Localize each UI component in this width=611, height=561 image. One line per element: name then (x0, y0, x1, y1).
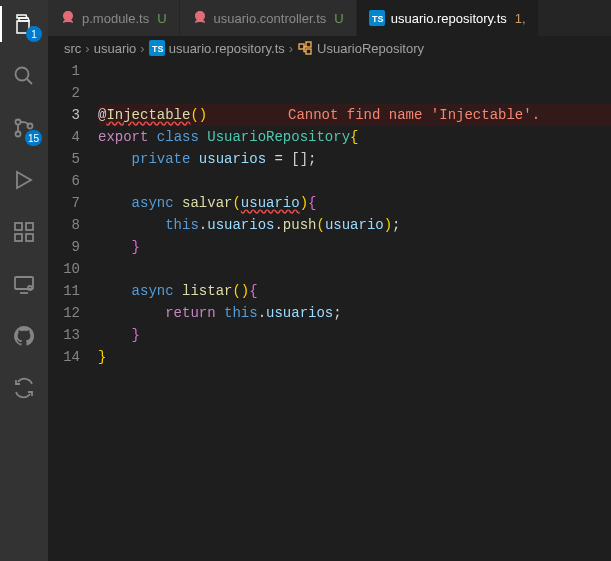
svg-point-2 (16, 120, 21, 125)
editor-area: p.module.ts U usuario.controller.ts U TS… (48, 0, 611, 561)
tab-label: usuario.controller.ts (214, 11, 327, 26)
ts-icon: TS (149, 40, 165, 56)
chevron-right-icon: › (289, 41, 293, 56)
svg-point-3 (16, 132, 21, 137)
github-button[interactable] (0, 318, 48, 354)
line-gutter: 1 2 3 4 5 6 7 8 9 10 11 12 13 14 (48, 60, 98, 561)
crumb-symbol[interactable]: UsuarioRepository (317, 41, 424, 56)
tok-private: private (132, 151, 191, 167)
line-number: 10 (48, 258, 80, 280)
line-number: 2 (48, 82, 80, 104)
line-number: 1 (48, 60, 80, 82)
line-number: 14 (48, 346, 80, 368)
tok-param: usuario (241, 195, 300, 211)
tok-brace: { (350, 129, 358, 145)
tok-class: class (157, 129, 199, 145)
sync-button[interactable] (0, 370, 48, 406)
crumb-usuario[interactable]: usuario (94, 41, 137, 56)
code-line[interactable]: } (98, 324, 611, 346)
tok-this: this (165, 217, 199, 233)
ts-icon: TS (369, 10, 385, 26)
code-line[interactable]: private usuarios = []; (98, 148, 611, 170)
tok-salvar: salvar (182, 195, 232, 211)
error-inline: Cannot find name 'Injectable'. (288, 104, 540, 126)
svg-rect-17 (306, 49, 311, 54)
svg-point-1 (16, 68, 29, 81)
tab-usuario-repository[interactable]: TS usuario.repository.ts 1, (357, 0, 539, 36)
line-number: 13 (48, 324, 80, 346)
code-line[interactable]: export class UsuarioRepository{ (98, 126, 611, 148)
svg-rect-16 (306, 42, 311, 47)
explorer-badge: 1 (26, 26, 42, 42)
tok-paren: () (190, 107, 207, 123)
nest-icon (60, 10, 76, 26)
tok-usuarios: usuarios (207, 217, 274, 233)
tok-paren: ( (316, 217, 324, 233)
search-button[interactable] (0, 58, 48, 94)
tok-paren: ( (232, 195, 240, 211)
extensions-button[interactable] (0, 214, 48, 250)
code-line[interactable] (98, 60, 611, 82)
svg-point-10 (28, 286, 32, 290)
tab-bar: p.module.ts U usuario.controller.ts U TS… (48, 0, 611, 36)
tok-async: async (132, 283, 174, 299)
tok-arg: usuario (325, 217, 384, 233)
tok-async: async (132, 195, 174, 211)
line-number: 5 (48, 148, 80, 170)
svg-text:TS: TS (152, 44, 164, 54)
code-line[interactable]: async salvar(usuario){ (98, 192, 611, 214)
tok-return: return (165, 305, 215, 321)
tok-paren: ) (300, 195, 308, 211)
code-editor[interactable]: 1 2 3 4 5 6 7 8 9 10 11 12 13 14 @Inject… (48, 60, 611, 561)
code-content[interactable]: @Injectable()Cannot find name 'Injectabl… (98, 60, 611, 561)
tok-brace: } (98, 349, 106, 365)
code-line[interactable]: } (98, 236, 611, 258)
svg-rect-8 (26, 223, 33, 230)
chevron-right-icon: › (85, 41, 89, 56)
code-line[interactable] (98, 258, 611, 280)
tok-empty: [] (291, 151, 308, 167)
scm-badge: 15 (25, 130, 42, 146)
remote-button[interactable] (0, 266, 48, 302)
line-number: 11 (48, 280, 80, 302)
code-line[interactable]: return this.usuarios; (98, 302, 611, 324)
tok-brace: } (132, 239, 140, 255)
code-line[interactable] (98, 82, 611, 104)
line-number: 7 (48, 192, 80, 214)
tok-usuarios: usuarios (266, 305, 333, 321)
nest-icon (192, 10, 208, 26)
tok-brace: { (249, 283, 257, 299)
tab-mod: U (334, 11, 343, 26)
class-icon (297, 40, 313, 56)
tok-listar: listar (182, 283, 232, 299)
svg-rect-5 (15, 223, 22, 230)
tok-brace: } (132, 327, 140, 343)
code-line[interactable] (98, 170, 611, 192)
code-line[interactable]: async listar(){ (98, 280, 611, 302)
tok-export: export (98, 129, 148, 145)
svg-text:TS: TS (372, 14, 384, 24)
line-number: 12 (48, 302, 80, 324)
tab-mod: U (157, 11, 166, 26)
chevron-right-icon: › (140, 41, 144, 56)
run-debug-button[interactable] (0, 162, 48, 198)
tab-mod: 1, (515, 11, 526, 26)
tok-usuarios: usuarios (199, 151, 266, 167)
crumb-src[interactable]: src (64, 41, 81, 56)
line-number: 6 (48, 170, 80, 192)
breadcrumb[interactable]: src › usuario › TS usuario.repository.ts… (48, 36, 611, 60)
tab-label: usuario.repository.ts (391, 11, 507, 26)
line-number: 3 (48, 104, 80, 126)
tok-brace: { (308, 195, 316, 211)
scm-button[interactable]: 15 (0, 110, 48, 146)
code-line[interactable]: @Injectable()Cannot find name 'Injectabl… (98, 104, 611, 126)
tok-paren: ) (384, 217, 392, 233)
code-line[interactable]: this.usuarios.push(usuario); (98, 214, 611, 236)
explorer-button[interactable]: 1 (0, 6, 48, 42)
tab-usuario-controller[interactable]: usuario.controller.ts U (180, 0, 357, 36)
activity-bar: 1 15 (0, 0, 48, 561)
tab-p-module[interactable]: p.module.ts U (48, 0, 180, 36)
crumb-file[interactable]: usuario.repository.ts (169, 41, 285, 56)
svg-rect-7 (26, 234, 33, 241)
code-line[interactable]: } (98, 346, 611, 368)
